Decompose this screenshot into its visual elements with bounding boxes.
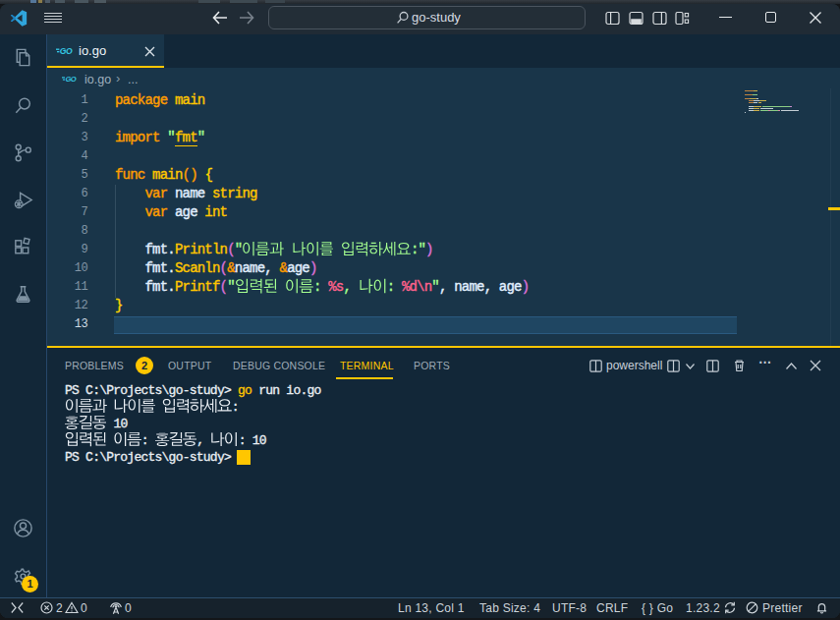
svg-text:GO: GO bbox=[60, 46, 73, 56]
svg-text:GO: GO bbox=[65, 75, 76, 84]
